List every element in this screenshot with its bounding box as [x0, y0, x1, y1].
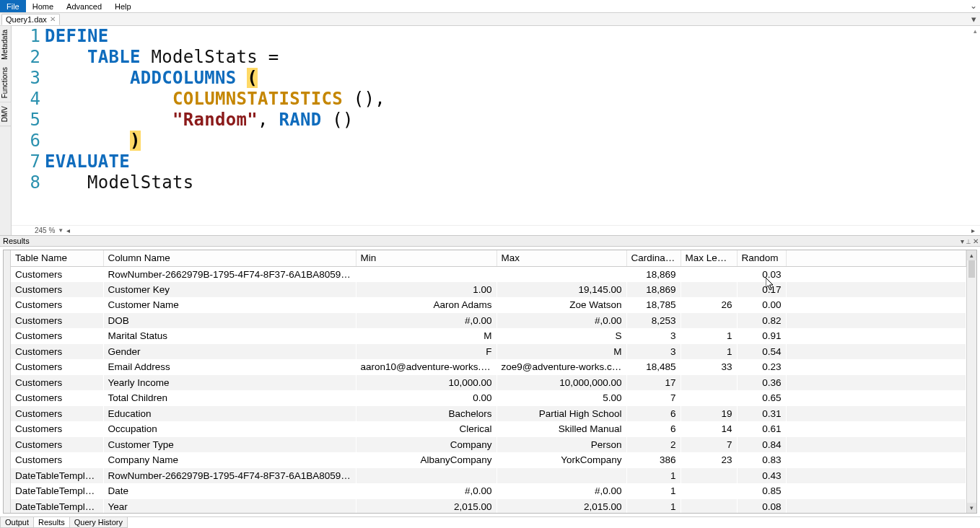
- close-icon[interactable]: ✕: [50, 16, 56, 23]
- cell-table: Customers: [11, 359, 103, 375]
- table-row[interactable]: CustomersTotal Children0.005.0070.65: [11, 390, 966, 406]
- table-row[interactable]: DateTableTemplat...RowNumber-2662979B-17…: [11, 468, 966, 484]
- header-row: Table Name Column Name Min Max Cardinali…: [11, 250, 966, 266]
- cell-random: 0.91: [737, 328, 786, 344]
- tab-query-history[interactable]: Query History: [69, 517, 128, 528]
- table-row[interactable]: CustomersYearly Income10,000.0010,000,00…: [11, 375, 966, 391]
- cell-column: Customer Name: [103, 297, 356, 313]
- cell-cardinality: 18,869: [626, 266, 681, 282]
- cell-maxlen: [681, 313, 737, 329]
- keyword-table: TABLE: [87, 47, 141, 67]
- keyword-define: DEFINE: [45, 26, 109, 46]
- zoom-level[interactable]: 245 %: [35, 226, 55, 234]
- tab-output[interactable]: Output: [0, 517, 34, 528]
- string-literal: "Random": [172, 110, 258, 130]
- side-panel-tabs: Metadata Functions DMV: [0, 26, 12, 235]
- table-row[interactable]: CustomersRowNumber-2662979B-1795-4F74-8F…: [11, 266, 966, 282]
- cell-maxlen: [681, 282, 737, 298]
- cell-min: Bachelors: [356, 406, 496, 422]
- table-row[interactable]: CustomersCompany NameAlbanyCompanyYorkCo…: [11, 452, 966, 468]
- cell-cardinality: 8,253: [626, 313, 681, 329]
- cell-random: 0.43: [737, 468, 786, 484]
- cell-max: #,0.00: [496, 313, 626, 329]
- document-tab[interactable]: Query1.dax ✕: [1, 14, 60, 25]
- code-editor[interactable]: 1DEFINE 2 TABLE ModelStats = 3 ADDCOLUMN…: [12, 26, 980, 225]
- cell-table: Customers: [11, 328, 103, 344]
- table-row[interactable]: CustomersGenderFM310.54: [11, 344, 966, 360]
- cell-max: #,0.00: [496, 483, 626, 499]
- scroll-down-icon[interactable]: ▾: [967, 503, 976, 513]
- col-cardinality[interactable]: Cardinality: [626, 250, 681, 266]
- table-row[interactable]: CustomersCustomer NameAaron AdamsZoe Wat…: [11, 297, 966, 313]
- window-position-icon[interactable]: ▾: [961, 237, 964, 245]
- table-row[interactable]: DateTableTemplat...Year2,015.002,015.001…: [11, 499, 966, 514]
- menu-file[interactable]: File: [0, 0, 26, 12]
- col-column-name[interactable]: Column Name: [103, 250, 356, 266]
- cell-maxlen: [681, 266, 737, 282]
- editor-scrollbar[interactable]: ▴: [970, 26, 980, 225]
- cell-table: DateTableTemplat...: [11, 499, 103, 514]
- menu-help[interactable]: Help: [108, 0, 138, 12]
- table-row[interactable]: CustomersCustomer Key1.0019,145.0018,869…: [11, 282, 966, 298]
- cell-table: Customers: [11, 406, 103, 422]
- col-spacer: [786, 250, 966, 266]
- grid-scrollbar[interactable]: ▴ ▾: [966, 250, 976, 513]
- cell-column: Date: [103, 483, 356, 499]
- hscroll-right-icon[interactable]: ▸: [968, 226, 977, 234]
- col-table-name[interactable]: Table Name: [11, 250, 103, 266]
- cell-min: Clerical: [356, 421, 496, 437]
- line-number: 4: [12, 89, 45, 110]
- col-random[interactable]: Random: [737, 250, 786, 266]
- cell-cardinality: 6: [626, 406, 681, 422]
- zoom-dropdown-icon[interactable]: ▼: [58, 227, 64, 234]
- cell-max: S: [496, 328, 626, 344]
- menu-advanced[interactable]: Advanced: [60, 0, 108, 12]
- cell-max: 5.00: [496, 390, 626, 406]
- cell-cardinality: 17: [626, 375, 681, 391]
- cell-min: 10,000.00: [356, 375, 496, 391]
- ribbon-expand-icon[interactable]: ⌄: [967, 0, 980, 12]
- sidetab-functions[interactable]: Functions: [0, 63, 11, 102]
- cell-min: AlbanyCompany: [356, 452, 496, 468]
- sidetab-dmv[interactable]: DMV: [0, 102, 11, 126]
- document-tab-label: Query1.dax: [6, 15, 47, 24]
- line-number: 5: [12, 110, 45, 131]
- cell-cardinality: 7: [626, 390, 681, 406]
- cell-random: 0.36: [737, 375, 786, 391]
- cell-min: 1.00: [356, 282, 496, 298]
- sidetab-metadata[interactable]: Metadata: [0, 26, 11, 63]
- hscroll-left-icon[interactable]: ◂: [64, 226, 72, 234]
- func-rand: RAND: [279, 110, 322, 130]
- col-max-length[interactable]: Max Length: [681, 250, 737, 266]
- bottom-tabs: Output Results Query History: [0, 516, 980, 528]
- cell-table: Customers: [11, 297, 103, 313]
- scroll-up-icon[interactable]: ▴: [967, 250, 976, 260]
- cell-column: RowNumber-2662979B-1795-4F74-8F37-6A1BA8…: [103, 468, 356, 484]
- cell-cardinality: 386: [626, 452, 681, 468]
- scroll-thumb[interactable]: [968, 260, 975, 278]
- close-panel-icon[interactable]: ✕: [973, 237, 979, 245]
- line-number: 8: [12, 172, 45, 193]
- table-row[interactable]: CustomersDOB#,0.00#,0.008,2530.82: [11, 313, 966, 329]
- cell-min: #,0.00: [356, 483, 496, 499]
- cell-column: Gender: [103, 344, 356, 360]
- cell-table: Customers: [11, 282, 103, 298]
- table-row[interactable]: CustomersOccupationClericalSkilled Manua…: [11, 421, 966, 437]
- cell-max: Skilled Manual: [496, 421, 626, 437]
- cell-cardinality: 18,785: [626, 297, 681, 313]
- tab-overflow-icon[interactable]: ▾: [967, 14, 980, 25]
- line-number: 2: [12, 47, 45, 68]
- table-row[interactable]: CustomersEducationBachelorsPartial High …: [11, 406, 966, 422]
- pin-icon[interactable]: ⟂: [966, 237, 971, 245]
- table-row[interactable]: CustomersCustomer TypeCompanyPerson270.8…: [11, 437, 966, 453]
- table-row[interactable]: CustomersEmail Addressaaron10@adventure-…: [11, 359, 966, 375]
- line-number: 1: [12, 26, 45, 47]
- tab-results[interactable]: Results: [33, 517, 70, 528]
- table-row[interactable]: CustomersMarital StatusMS310.91: [11, 328, 966, 344]
- row-selector-gutter[interactable]: [4, 250, 11, 513]
- col-max[interactable]: Max: [496, 250, 626, 266]
- col-min[interactable]: Min: [356, 250, 496, 266]
- table-row[interactable]: DateTableTemplat...Date#,0.00#,0.0010.85: [11, 483, 966, 499]
- func-addcolumns: ADDCOLUMNS: [130, 68, 237, 88]
- menu-home[interactable]: Home: [26, 0, 60, 12]
